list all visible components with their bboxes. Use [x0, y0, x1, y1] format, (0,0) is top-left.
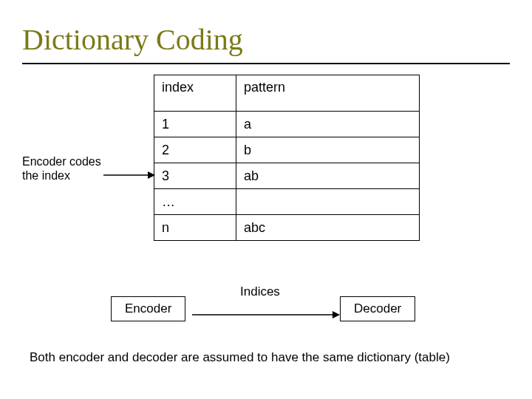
slide: Dictionary Coding Encoder codes the inde… — [0, 0, 532, 399]
table-row: 1 a — [154, 112, 420, 137]
cell-pattern — [236, 189, 420, 215]
arrow-to-table-icon — [103, 169, 155, 181]
svg-marker-3 — [332, 311, 340, 318]
content-area: Encoder codes the index index pattern 1 … — [22, 75, 510, 355]
encoder-box: Encoder — [111, 296, 185, 321]
indices-label: Indices — [240, 284, 280, 299]
table-header-row: index pattern — [154, 75, 420, 112]
col-header-pattern: pattern — [236, 75, 420, 112]
cell-pattern: abc — [236, 215, 420, 241]
table-row: 3 ab — [154, 163, 420, 189]
table-row: … — [154, 189, 420, 215]
cell-pattern: b — [236, 137, 420, 163]
cell-index: 3 — [154, 163, 236, 189]
cell-index: n — [154, 215, 236, 241]
footer-note: Both encoder and decoder are assumed to … — [30, 349, 488, 366]
cell-index: … — [154, 189, 236, 215]
col-header-index: index — [154, 75, 236, 112]
cell-pattern: ab — [236, 163, 420, 189]
cell-pattern: a — [236, 112, 420, 137]
dictionary-table: index pattern 1 a 2 b 3 ab … n abc — [154, 75, 420, 241]
cell-index: 1 — [154, 112, 236, 137]
slide-title: Dictionary Coding — [22, 22, 510, 57]
title-underline — [22, 63, 510, 64]
encoder-codes-label: Encoder codes the index — [22, 154, 103, 183]
cell-index: 2 — [154, 137, 236, 163]
table-row: 2 b — [154, 137, 420, 163]
decoder-box: Decoder — [340, 296, 415, 321]
arrow-encoder-to-decoder-icon — [192, 309, 340, 321]
table-row: n abc — [154, 215, 420, 241]
